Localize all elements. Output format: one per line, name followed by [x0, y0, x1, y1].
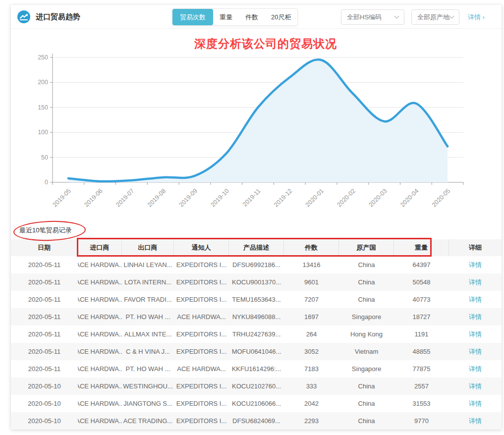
- table-cell: WESTINGHOU...: [122, 378, 174, 395]
- table-cell: China: [339, 273, 394, 291]
- table-cell: LINHAI LEYAN...: [122, 256, 174, 273]
- table-cell: Singapore: [339, 308, 394, 326]
- x-axis-label: 2019-06: [83, 187, 104, 208]
- table-cell: KKFU1614296:...: [229, 360, 284, 378]
- table-cell: 1191: [394, 326, 449, 343]
- table-cell: 9601: [284, 273, 339, 291]
- table-cell: ACE HARDWA...: [78, 395, 122, 412]
- table-cell: ACE HARDWA...: [78, 308, 122, 326]
- table-row: 2020-05-10ACE HARDWA...JIANGTONG S...EXP…: [11, 395, 502, 412]
- table-cell: NYKU8496088...: [229, 308, 284, 326]
- table-cell: EXPEDITORS I...: [174, 395, 229, 412]
- table-cell: 333: [284, 378, 339, 395]
- trend-chart-icon: [17, 10, 30, 23]
- tab-weight[interactable]: 重量: [213, 9, 239, 25]
- tab-quantity[interactable]: 件数: [239, 9, 265, 25]
- table-cell: 1697: [284, 308, 339, 326]
- table-cell: 2293: [284, 412, 339, 430]
- y-axis-label: 200: [38, 79, 48, 86]
- tab-trade-count[interactable]: 贸易次数: [172, 9, 213, 25]
- red-annotation-title: 深度分析该公司的贸易状况: [11, 36, 502, 52]
- table-cell: 50548: [394, 273, 449, 291]
- trade-records-table: 日期进口商出口商通知人产品描述件数原产国重量详细2020-05-11ACE HA…: [11, 239, 502, 430]
- table-cell: EXPEDITORS I...: [174, 412, 229, 430]
- table-cell: ACE HARDWA...: [78, 412, 122, 430]
- x-axis-label: 2019-07: [114, 187, 135, 208]
- table-cell: 13416: [284, 256, 339, 273]
- table-cell: TEMU1653643...: [229, 291, 284, 308]
- table-cell: ACE HARDWA...: [174, 360, 229, 378]
- table-cell: 2020-05-11: [11, 360, 78, 378]
- table-cell: ACE HARDWA...: [78, 291, 122, 308]
- y-axis-label: 50: [41, 154, 48, 161]
- table-cell: 2020-05-11: [11, 326, 78, 343]
- table-cell: DFSU6824069...: [229, 412, 284, 430]
- table-cell: 2557: [394, 378, 449, 395]
- hs-code-filter-dropdown[interactable]: 全部HS编码: [341, 9, 404, 25]
- table-cell: KOCU9001370...: [229, 273, 284, 291]
- table-cell: 2020-05-11: [11, 291, 78, 308]
- x-axis-label: 2020-05: [431, 187, 451, 208]
- row-detail-link[interactable]: 详情: [449, 360, 502, 378]
- tab-20ft-container[interactable]: 20尺柜: [265, 9, 297, 25]
- x-axis-label: 2020-01: [304, 187, 325, 208]
- origin-filter-label: 全部原产地: [417, 13, 449, 22]
- metric-tab-group: 贸易次数重量件数20尺柜: [172, 8, 298, 26]
- table-cell: EXPEDITORS I...: [174, 343, 229, 360]
- table-cell: Hong Kong: [339, 326, 394, 343]
- row-detail-link[interactable]: 详情: [449, 291, 502, 308]
- row-detail-link[interactable]: 详情: [449, 412, 502, 430]
- table-cell: 264: [284, 326, 339, 343]
- table-cell: ACE HARDWA...: [78, 360, 122, 378]
- row-detail-link[interactable]: 详情: [449, 308, 502, 326]
- row-detail-link[interactable]: 详情: [449, 273, 502, 291]
- table-cell: 2020-05-11: [11, 273, 78, 291]
- trade-trend-area-chart: 0501001502002502019-052019-062019-072019…: [11, 35, 502, 217]
- y-axis-label: 250: [38, 54, 48, 61]
- table-cell: ACE HARDWA...: [78, 326, 122, 343]
- table-cell: PT. HO WAH ...: [122, 360, 174, 378]
- table-cell: DFSU6992186...: [229, 256, 284, 273]
- table-cell: ACE HARDWA...: [78, 273, 122, 291]
- table-cell: China: [339, 291, 394, 308]
- table-cell: EXPEDITORS I...: [174, 326, 229, 343]
- table-cell: 18727: [394, 308, 449, 326]
- table-body: 2020-05-11ACE HARDWA...LINHAI LEYAN...EX…: [11, 256, 502, 430]
- row-detail-link[interactable]: 详情: [449, 378, 502, 395]
- table-cell: 77875: [394, 360, 449, 378]
- row-detail-link[interactable]: 详情: [449, 326, 502, 343]
- red-annotation-rect: [77, 238, 432, 257]
- row-detail-link[interactable]: 详情: [449, 395, 502, 412]
- x-axis-label: 2019-12: [273, 187, 293, 208]
- x-axis-label: 2020-04: [399, 187, 420, 208]
- row-detail-link[interactable]: 详情: [449, 256, 502, 273]
- table-cell: 40773: [394, 291, 449, 308]
- row-detail-link[interactable]: 详情: [449, 343, 502, 360]
- table-cell: KOCU2106066...: [229, 395, 284, 412]
- table-cell: China: [339, 378, 394, 395]
- header-details-link[interactable]: 详情 ›: [468, 13, 485, 22]
- table-cell: 3052: [284, 343, 339, 360]
- table-cell: 9770: [394, 412, 449, 430]
- table-cell: 2020-05-10: [11, 395, 78, 412]
- x-axis-label: 2019-08: [146, 187, 167, 208]
- x-axis-label: 2019-11: [241, 187, 262, 208]
- origin-filter-dropdown[interactable]: 全部原产地: [411, 9, 459, 25]
- table-cell: 2020-05-11: [11, 343, 78, 360]
- hs-code-filter-label: 全部HS编码: [347, 13, 382, 22]
- table-cell: ACE HARDWA...: [78, 343, 122, 360]
- chevron-down-icon: [449, 14, 454, 19]
- table-row: 2020-05-10ACE HARDWA...ACE TRADING...EXP…: [11, 412, 502, 430]
- column-header: 详细: [449, 239, 502, 256]
- table-row: 2020-05-11ACE HARDWA...LINHAI LEYAN...EX…: [11, 256, 502, 273]
- table-cell: EXPEDITORS I...: [174, 378, 229, 395]
- table-cell: 2020-05-11: [11, 308, 78, 326]
- x-axis-label: 2020-02: [336, 187, 357, 208]
- table-cell: ACE TRADING...: [122, 412, 174, 430]
- table-row: 2020-05-11ACE HARDWA...C & H VINA J...EX…: [11, 343, 502, 360]
- red-annotation-ellipse: [13, 219, 86, 242]
- table-row: 2020-05-11ACE HARDWA...LOTA INTERN...EXP…: [11, 273, 502, 291]
- table-cell: KOCU2102760...: [229, 378, 284, 395]
- y-axis-label: 0: [45, 179, 48, 186]
- table-row: 2020-05-10ACE HARDWA...WESTINGHOU...EXPE…: [11, 378, 502, 395]
